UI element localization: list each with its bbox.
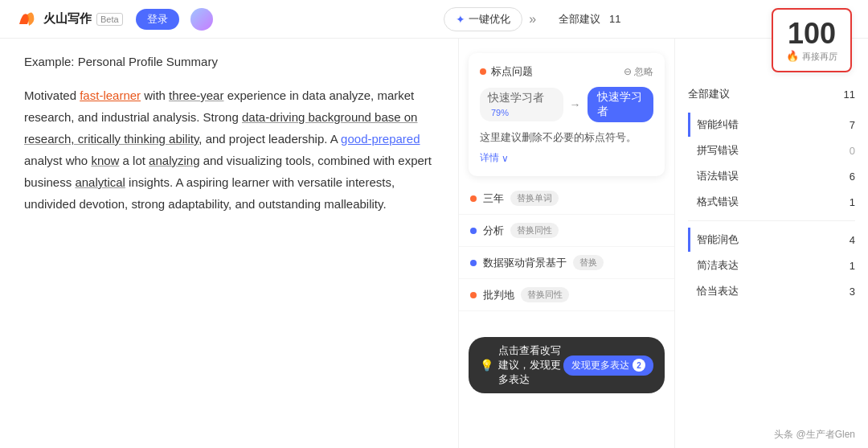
nav-center: ✦ 一键优化 » 全部建议 11 [213, 7, 852, 31]
editor-area: Example: Personal Profile Summary Motiva… [0, 39, 458, 448]
more-button[interactable]: » [529, 12, 536, 27]
discover-button[interactable]: 发现更多表达 2 [563, 356, 653, 376]
sidebar-header: 全部建议 11 [688, 87, 855, 101]
card-description: 这里建议删除不必要的标点符号。 [480, 130, 653, 145]
middle-panel: 标点问题 ⊖ 忽略 快速学习者 79% → 快速学习者 这里建议删除不必要的标点… [458, 39, 675, 448]
replace-tag[interactable]: 替换单词 [510, 191, 559, 206]
watermark: 头条 @生产者Glen [774, 428, 855, 442]
sidebar-item-smart-correction[interactable]: 智能纠错 7 [688, 113, 855, 137]
doc-body: Motivated fast-learner with three-year e… [24, 84, 434, 215]
sidebar-item-grammar[interactable]: 语法错误 6 [688, 164, 855, 188]
right-sidebar: 全部建议 11 智能纠错 7 拼写错误 0 语法错误 6 格式错误 1 [675, 39, 868, 448]
original-text: 快速学习者 79% [480, 88, 563, 121]
logo-icon [16, 8, 39, 31]
dot-icon [480, 68, 486, 75]
dot-icon [470, 228, 477, 234]
label: 智能纠错 [697, 117, 739, 132]
replace-tag[interactable]: 替换 [573, 255, 604, 270]
ignore-label: 忽略 [634, 65, 653, 79]
highlight-good-prepared: good-prepared [341, 132, 420, 146]
label: 简洁表达 [697, 258, 739, 273]
avatar-button[interactable] [190, 8, 213, 31]
sidebar-item-spelling[interactable]: 拼写错误 0 [688, 138, 855, 162]
item-label: 三年 [483, 191, 504, 206]
circle-icon: ⊖ [624, 66, 632, 77]
suggestion-card-punctuation: 标点问题 ⊖ 忽略 快速学习者 79% → 快速学习者 这里建议删除不必要的标点… [469, 53, 665, 176]
sidebar-item-format[interactable]: 格式错误 1 [688, 190, 855, 214]
suggestions-label: 全部建议 11 [559, 12, 620, 27]
replace-tag[interactable]: 替换同性 [510, 223, 559, 238]
sidebar-section: 全部建议 11 智能纠错 7 拼写错误 0 语法错误 6 格式错误 1 [688, 87, 855, 303]
tooltip-text: 点击查看改写建议，发现更多表达 [498, 343, 563, 387]
highlight-analyzing: analyzing [149, 154, 199, 167]
count: 0 [850, 145, 855, 157]
label: 智能润色 [697, 232, 739, 247]
count: 3 [850, 286, 855, 298]
replace-tag[interactable]: 替换同性 [521, 287, 569, 302]
dot-icon [470, 260, 477, 266]
all-suggestions-label: 全部建议 [688, 87, 730, 101]
highlight-fast-learner: fast-learner [80, 88, 141, 102]
tooltip-left: 💡 点击查看改写建议，发现更多表达 [480, 343, 563, 387]
item-label: 数据驱动背景基于 [483, 256, 567, 270]
all-suggestions-count: 11 [844, 88, 855, 101]
main-content: Example: Personal Profile Summary Motiva… [0, 39, 868, 448]
discover-label: 发现更多表达 [571, 359, 629, 372]
ignore-button[interactable]: ⊖ 忽略 [624, 65, 653, 79]
item-label: 分析 [483, 224, 504, 238]
login-button[interactable]: 登录 [136, 9, 179, 30]
bulb-icon: 💡 [480, 359, 493, 372]
label: 恰当表达 [697, 284, 739, 298]
highlight-analytical: analytical [75, 175, 125, 189]
sidebar-item-smart-polish[interactable]: 智能润色 4 [688, 228, 855, 252]
label: 格式错误 [697, 195, 739, 209]
discover-count: 2 [633, 359, 645, 372]
suggestions-count: 11 [609, 13, 620, 25]
count: 4 [850, 234, 855, 246]
logo-area: 火山写作 Beta 登录 [16, 8, 213, 31]
divider [688, 220, 855, 221]
suggestion-item-data-driven[interactable]: 数据驱动背景基于 替换 [459, 247, 674, 279]
doc-title: Example: Personal Profile Summary [24, 55, 434, 68]
label: 拼写错误 [697, 143, 739, 158]
card-detail-button[interactable]: 详情 ∨ [480, 151, 653, 165]
suggestion-item-three-year[interactable]: 三年 替换单词 [459, 183, 674, 215]
suggestion-item-analyze[interactable]: 分析 替换同性 [459, 215, 674, 247]
beta-badge: Beta [96, 13, 123, 26]
optimize-button[interactable]: ✦ 一键优化 [444, 7, 522, 31]
item-label: 批判地 [483, 288, 514, 302]
tooltip-banner: 💡 点击查看改写建议，发现更多表达 发现更多表达 2 [469, 337, 665, 393]
highlight-three-year: three-year [169, 88, 223, 102]
card-header: 标点问题 ⊖ 忽略 [480, 64, 653, 79]
arrow-icon: → [570, 98, 581, 111]
count: 6 [850, 171, 855, 183]
replace-row: 快速学习者 79% → 快速学习者 [480, 87, 653, 122]
dot-icon [470, 195, 477, 202]
replace-button[interactable]: 快速学习者 [588, 87, 654, 122]
sidebar-item-appropriate[interactable]: 恰当表达 3 [688, 279, 855, 303]
count: 1 [850, 260, 855, 272]
highlight-know: know [91, 154, 119, 167]
logo-text: 火山写作 [43, 11, 92, 27]
navbar: 火山写作 Beta 登录 ✦ 一键优化 » 全部建议 11 [0, 0, 868, 39]
card-type: 标点问题 [480, 64, 533, 79]
sparkle-icon: ✦ [456, 13, 465, 26]
count: 1 [850, 196, 855, 208]
card-type-label: 标点问题 [491, 64, 533, 79]
chevron-down-icon: ∨ [502, 153, 509, 164]
sidebar-item-concise[interactable]: 简洁表达 1 [688, 253, 855, 277]
count: 7 [850, 119, 855, 131]
label: 语法错误 [697, 169, 739, 183]
suggestion-item-critically[interactable]: 批判地 替换同性 [459, 279, 674, 311]
original-percent: 79% [491, 108, 509, 117]
dot-icon [470, 292, 477, 298]
optimize-label: 一键优化 [469, 12, 510, 27]
